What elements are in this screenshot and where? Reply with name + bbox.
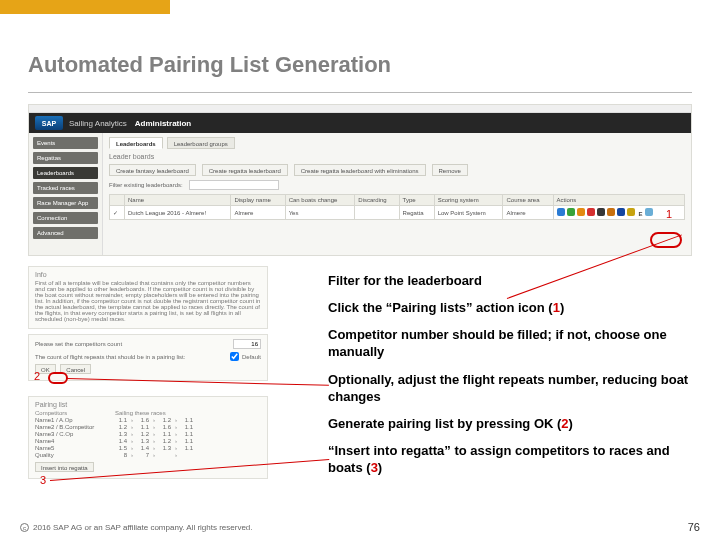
chevron-right-icon: › <box>175 431 177 437</box>
pairing-lists-action-icon[interactable]: E <box>639 211 643 217</box>
toolbar: Create fantasy leaderboardCreate regatta… <box>109 164 685 176</box>
pairing-cell: 1.1 <box>181 431 193 437</box>
chevron-right-icon: › <box>131 438 133 444</box>
pairing-row-cells: 1.4›1.3›1.2›1.1 <box>115 438 193 444</box>
sidebar-item[interactable]: Events <box>33 137 98 149</box>
ok-button[interactable]: OK <box>35 364 56 374</box>
cancel-button[interactable]: Cancel <box>60 364 91 374</box>
pairing-cell: 1.2 <box>159 438 171 444</box>
filter-row: Filter existing leaderboards: <box>109 180 685 190</box>
table-cell-change: Yes <box>285 206 355 220</box>
insert-into-regatta-button[interactable]: Insert into regatta <box>35 462 94 472</box>
instruction-2-ref: 1 <box>553 300 560 315</box>
pairing-row-label: Name5 <box>35 445 115 451</box>
pairing-cell: 1.1 <box>115 417 127 423</box>
chevron-right-icon: › <box>131 424 133 430</box>
repeats-default-label: Default <box>242 354 261 360</box>
sidebar-item[interactable]: Race Manager App <box>33 197 98 209</box>
pairing-cell: 1.6 <box>159 424 171 430</box>
instruction-6: “Insert into regatta” to assign competit… <box>328 442 692 476</box>
sidebar-item[interactable]: Connection <box>33 212 98 224</box>
count-input[interactable] <box>233 339 261 349</box>
pairing-row-cells: 1.2›1.1›1.6›1.1 <box>115 424 193 430</box>
app-name: Sailing Analytics <box>69 119 127 128</box>
table-cell-check: ✓ <box>110 206 125 220</box>
chevron-right-icon: › <box>175 417 177 423</box>
pairing-row: Name41.4›1.3›1.2›1.1 <box>35 438 261 444</box>
toolbar-button[interactable]: Remove <box>432 164 468 176</box>
slide-footer: c 2016 SAP AG or an SAP affiliate compan… <box>0 514 720 540</box>
sidebar-item[interactable]: Leaderboards <box>33 167 98 179</box>
leaderboard-table: NameDisplay nameCan boats changeDiscardi… <box>109 194 685 220</box>
sidebar-item[interactable]: Regattas <box>33 152 98 164</box>
repeats-default-checkbox[interactable] <box>230 352 239 361</box>
chevron-right-icon: › <box>131 445 133 451</box>
pairing-row: Name51.5›1.4›1.3›1.1 <box>35 445 261 451</box>
pairing-row-cells: 1.5›1.4›1.3›1.1 <box>115 445 193 451</box>
sidebar-item[interactable]: Tracked races <box>33 182 98 194</box>
pairing-col-competitors: Competitors <box>35 410 115 416</box>
pairing-cell: 1.1 <box>181 438 193 444</box>
app-screenshot: SAP Sailing Analytics Administration Eve… <box>28 104 692 256</box>
competitor-count-panel: Please set the competitors count The cou… <box>28 334 268 381</box>
pairing-row: Name2 / B.Competitor1.2›1.1›1.6›1.1 <box>35 424 261 430</box>
action-icon[interactable] <box>577 208 585 216</box>
instruction-1: Filter for the leaderboard <box>328 272 692 289</box>
pairing-cell: 1.5 <box>115 445 127 451</box>
slide-title: Automated Pairing List Generation <box>28 52 391 78</box>
table-header: Name <box>125 195 231 206</box>
chevron-right-icon: › <box>153 417 155 423</box>
repeats-label: The count of flight repeats that should … <box>35 354 185 360</box>
info-panel: Info First of all a template will be cal… <box>28 266 268 329</box>
action-icon[interactable] <box>617 208 625 216</box>
action-icon[interactable] <box>557 208 565 216</box>
instruction-5: Generate pairing list by pressing OK (2) <box>328 415 692 432</box>
pairing-cell: 7 <box>137 452 149 458</box>
pairing-cell: 1.1 <box>181 424 193 430</box>
toolbar-button[interactable]: Create regatta leaderboard with eliminat… <box>294 164 426 176</box>
pairing-cell: 1.2 <box>159 417 171 423</box>
instruction-6-ref: 3 <box>371 460 378 475</box>
panel-subtitle: Leader boards <box>109 153 685 160</box>
table-header: Can boats change <box>285 195 355 206</box>
pairing-cell: 1.2 <box>115 424 127 430</box>
instruction-2-tail: ) <box>560 300 564 315</box>
app-section: Administration <box>135 119 191 128</box>
copyright: c 2016 SAP AG or an SAP affiliate compan… <box>20 523 253 532</box>
pairing-row-cells: 1.3›1.2›1.1›1.1 <box>115 431 193 437</box>
filter-label: Filter existing leaderboards: <box>109 182 183 188</box>
instruction-2: Click the “Pairing lists” action icon (1… <box>328 299 692 316</box>
tab[interactable]: Leaderboard groups <box>167 137 235 149</box>
action-icon[interactable] <box>587 208 595 216</box>
action-icon[interactable] <box>627 208 635 216</box>
instructions: Filter for the leaderboard Click the “Pa… <box>328 272 692 486</box>
copyright-icon: c <box>20 523 29 532</box>
instruction-4: Optionally, adjust the flight repeats nu… <box>328 371 692 405</box>
main-panel: LeaderboardsLeaderboard groups Leader bo… <box>103 133 691 255</box>
pairing-row-label: Name2 / B.Competitor <box>35 424 115 430</box>
table-header: Scoring system <box>434 195 503 206</box>
pairing-col-sailing: Sailing these races <box>115 410 261 416</box>
table-header: Display name <box>231 195 285 206</box>
toolbar-button[interactable]: Create fantasy leaderboard <box>109 164 196 176</box>
pairing-list-panel: Pairing list Competitors Sailing these r… <box>28 396 268 479</box>
pairing-cell: 1.2 <box>137 431 149 437</box>
pairing-cell: 1.3 <box>137 438 149 444</box>
pairing-cell: 8 <box>115 452 127 458</box>
tab[interactable]: Leaderboards <box>109 137 163 149</box>
sidebar-item[interactable]: Advanced <box>33 227 98 239</box>
action-icon[interactable] <box>607 208 615 216</box>
window-chrome <box>29 105 691 113</box>
action-icon[interactable] <box>567 208 575 216</box>
action-icon[interactable] <box>597 208 605 216</box>
filter-input[interactable] <box>189 180 279 190</box>
info-body: First of all a template will be calculat… <box>35 280 261 322</box>
instruction-3: Competitor number should be filled; if n… <box>328 326 692 360</box>
chevron-right-icon: › <box>131 431 133 437</box>
instruction-5-tail: ) <box>569 416 573 431</box>
toolbar-button[interactable]: Create regatta leaderboard <box>202 164 288 176</box>
pairing-cell: 1.1 <box>181 417 193 423</box>
chevron-right-icon: › <box>175 452 177 458</box>
action-icon[interactable] <box>645 208 653 216</box>
pairing-row-label: Name3 / C.Op <box>35 431 115 437</box>
